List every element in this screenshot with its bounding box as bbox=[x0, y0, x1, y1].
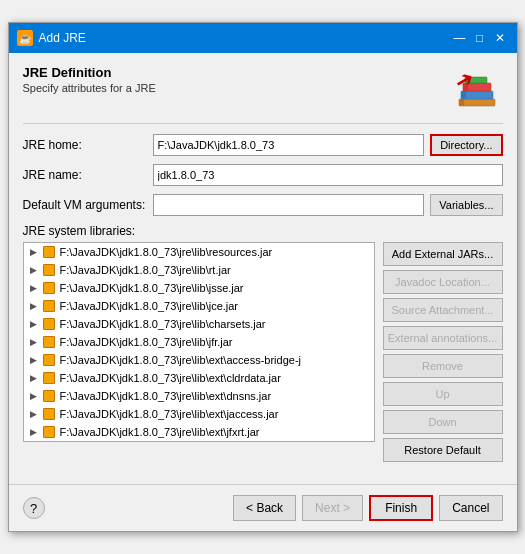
lib-item-path: F:\JavaJDK\jdk1.8.0_73\jre\lib\ext\jfxrt… bbox=[60, 426, 260, 438]
list-item[interactable]: ▶F:\JavaJDK\jdk1.8.0_73\jre\lib\jfr.jar bbox=[24, 333, 374, 351]
jre-home-input[interactable] bbox=[153, 134, 425, 156]
list-item[interactable]: ▶F:\JavaJDK\jdk1.8.0_73\jre\lib\resource… bbox=[24, 243, 374, 261]
svg-rect-1 bbox=[459, 99, 464, 106]
jar-icon bbox=[42, 371, 56, 385]
cancel-button[interactable]: Cancel bbox=[439, 495, 502, 521]
lib-item-path: F:\JavaJDK\jdk1.8.0_73\jre\lib\rt.jar bbox=[60, 264, 231, 276]
list-item[interactable]: ▶F:\JavaJDK\jdk1.8.0_73\jre\lib\ext\jacc… bbox=[24, 405, 374, 423]
variables-button[interactable]: Variables... bbox=[430, 194, 502, 216]
list-item[interactable]: ▶F:\JavaJDK\jdk1.8.0_73\jre\lib\ext\acce… bbox=[24, 351, 374, 369]
expand-arrow-icon: ▶ bbox=[28, 300, 40, 312]
lib-item-path: F:\JavaJDK\jdk1.8.0_73\jre\lib\jce.jar bbox=[60, 300, 239, 312]
list-item[interactable]: ▶F:\JavaJDK\jdk1.8.0_73\jre\lib\charsets… bbox=[24, 315, 374, 333]
jar-icon bbox=[42, 389, 56, 403]
directory-button[interactable]: Directory... bbox=[430, 134, 502, 156]
jar-icon bbox=[42, 263, 56, 277]
dialog-icon: ☕ bbox=[17, 30, 33, 46]
jre-name-row: JRE name: bbox=[23, 164, 503, 186]
expand-arrow-icon: ▶ bbox=[28, 426, 40, 438]
list-item[interactable]: ▶F:\JavaJDK\jdk1.8.0_73\jre\lib\jce.jar bbox=[24, 297, 374, 315]
list-item[interactable]: ▶F:\JavaJDK\jdk1.8.0_73\jre\lib\rt.jar bbox=[24, 261, 374, 279]
jre-icon-area: ➔ bbox=[451, 65, 503, 113]
lib-item-path: F:\JavaJDK\jdk1.8.0_73\jre\lib\resources… bbox=[60, 246, 273, 258]
add-jre-dialog: ☕ Add JRE — □ ✕ JRE Definition Specify a… bbox=[8, 22, 518, 532]
close-button[interactable]: ✕ bbox=[491, 29, 509, 47]
expand-arrow-icon: ▶ bbox=[28, 354, 40, 366]
lib-item-path: F:\JavaJDK\jdk1.8.0_73\jre\lib\jfr.jar bbox=[60, 336, 233, 348]
jre-name-label: JRE name: bbox=[23, 168, 153, 182]
lib-item-path: F:\JavaJDK\jdk1.8.0_73\jre\lib\charsets.… bbox=[60, 318, 266, 330]
list-item[interactable]: ▶F:\JavaJDK\jdk1.8.0_73\jre\lib\jsse.jar bbox=[24, 279, 374, 297]
jar-icon bbox=[42, 317, 56, 331]
expand-arrow-icon: ▶ bbox=[28, 246, 40, 258]
default-vm-input[interactable] bbox=[153, 194, 425, 216]
list-item[interactable]: ▶F:\JavaJDK\jdk1.8.0_73\jre\lib\ext\loca… bbox=[24, 441, 374, 442]
back-button[interactable]: < Back bbox=[233, 495, 296, 521]
header-section: JRE Definition Specify attributes for a … bbox=[23, 65, 503, 113]
up-button[interactable]: Up bbox=[383, 382, 503, 406]
expand-arrow-icon: ▶ bbox=[28, 408, 40, 420]
list-item[interactable]: ▶F:\JavaJDK\jdk1.8.0_73\jre\lib\ext\dnsn… bbox=[24, 387, 374, 405]
list-item[interactable]: ▶F:\JavaJDK\jdk1.8.0_73\jre\lib\ext\cldr… bbox=[24, 369, 374, 387]
jar-icon bbox=[42, 407, 56, 421]
header-text: JRE Definition Specify attributes for a … bbox=[23, 65, 156, 94]
expand-arrow-icon: ▶ bbox=[28, 282, 40, 294]
section-title: JRE Definition bbox=[23, 65, 156, 80]
external-annotations-button[interactable]: External annotations... bbox=[383, 326, 503, 350]
libraries-label: JRE system libraries: bbox=[23, 224, 503, 238]
expand-arrow-icon: ▶ bbox=[28, 264, 40, 276]
jre-home-label: JRE home: bbox=[23, 138, 153, 152]
libraries-section: ▶F:\JavaJDK\jdk1.8.0_73\jre\lib\resource… bbox=[23, 242, 503, 462]
lib-item-path: F:\JavaJDK\jdk1.8.0_73\jre\lib\ext\acces… bbox=[60, 354, 302, 366]
expand-arrow-icon: ▶ bbox=[28, 372, 40, 384]
default-vm-label: Default VM arguments: bbox=[23, 198, 153, 212]
title-bar: ☕ Add JRE — □ ✕ bbox=[9, 23, 517, 53]
libraries-buttons: Add External JARs... Javadoc Location...… bbox=[383, 242, 503, 462]
expand-arrow-icon: ▶ bbox=[28, 336, 40, 348]
jre-name-input[interactable] bbox=[153, 164, 503, 186]
jar-icon bbox=[42, 335, 56, 349]
minimize-button[interactable]: — bbox=[451, 29, 469, 47]
jar-icon bbox=[42, 299, 56, 313]
dialog-content: JRE Definition Specify attributes for a … bbox=[9, 53, 517, 474]
jre-home-row: JRE home: Directory... bbox=[23, 134, 503, 156]
list-item[interactable]: ▶F:\JavaJDK\jdk1.8.0_73\jre\lib\ext\jfxr… bbox=[24, 423, 374, 441]
title-bar-controls: — □ ✕ bbox=[451, 29, 509, 47]
lib-item-path: F:\JavaJDK\jdk1.8.0_73\jre\lib\ext\dnsns… bbox=[60, 390, 272, 402]
source-attachment-button[interactable]: Source Attachment... bbox=[383, 298, 503, 322]
finish-button[interactable]: Finish bbox=[369, 495, 433, 521]
dialog-footer: ? < Back Next > Finish Cancel bbox=[9, 484, 517, 531]
jar-icon bbox=[42, 425, 56, 439]
lib-item-path: F:\JavaJDK\jdk1.8.0_73\jre\lib\ext\jacce… bbox=[60, 408, 279, 420]
remove-button[interactable]: Remove bbox=[383, 354, 503, 378]
jar-icon bbox=[42, 353, 56, 367]
expand-arrow-icon: ▶ bbox=[28, 390, 40, 402]
title-bar-left: ☕ Add JRE bbox=[17, 30, 86, 46]
expand-arrow-icon: ▶ bbox=[28, 318, 40, 330]
jar-icon bbox=[42, 281, 56, 295]
lib-item-path: F:\JavaJDK\jdk1.8.0_73\jre\lib\ext\cldrd… bbox=[60, 372, 281, 384]
help-button[interactable]: ? bbox=[23, 497, 45, 519]
default-vm-row: Default VM arguments: Variables... bbox=[23, 194, 503, 216]
dialog-title: Add JRE bbox=[39, 31, 86, 45]
javadoc-location-button[interactable]: Javadoc Location... bbox=[383, 270, 503, 294]
lib-item-path: F:\JavaJDK\jdk1.8.0_73\jre\lib\jsse.jar bbox=[60, 282, 244, 294]
libraries-list[interactable]: ▶F:\JavaJDK\jdk1.8.0_73\jre\lib\resource… bbox=[23, 242, 375, 442]
jar-icon bbox=[42, 245, 56, 259]
add-external-jars-button[interactable]: Add External JARs... bbox=[383, 242, 503, 266]
footer-left: ? bbox=[23, 497, 45, 519]
next-button[interactable]: Next > bbox=[302, 495, 363, 521]
footer-right: < Back Next > Finish Cancel bbox=[233, 495, 502, 521]
down-button[interactable]: Down bbox=[383, 410, 503, 434]
maximize-button[interactable]: □ bbox=[471, 29, 489, 47]
section-subtitle: Specify attributes for a JRE bbox=[23, 82, 156, 94]
svg-rect-0 bbox=[459, 99, 495, 106]
restore-default-button[interactable]: Restore Default bbox=[383, 438, 503, 462]
header-divider bbox=[23, 123, 503, 124]
